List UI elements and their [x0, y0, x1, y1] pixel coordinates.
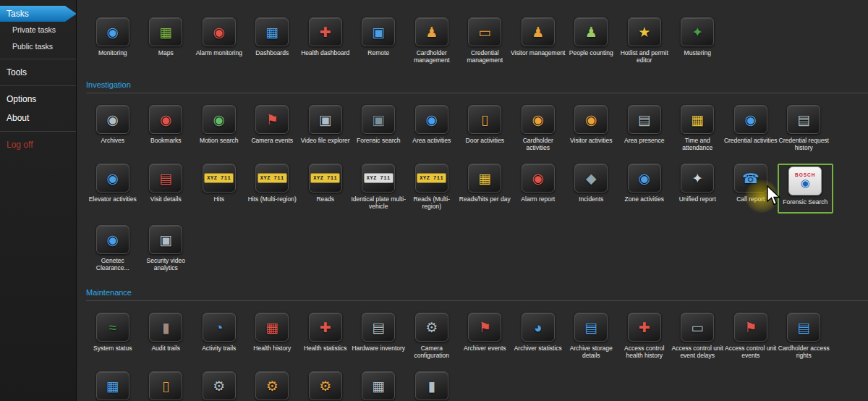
task-visitor-management[interactable]: ♟Visitor management [511, 17, 565, 64]
task-door-troubleshooter[interactable]: ▯Door troubleshooter [140, 371, 193, 401]
audit-trails-glyph: ▮ [162, 321, 169, 334]
task-archiver-statistics[interactable]: ◕Archiver statistics [511, 313, 565, 360]
task-wearable-camera-evidence[interactable]: ▮Wearable camera evidence [405, 371, 459, 401]
task-label: Motion search [192, 137, 247, 152]
health-history-glyph: ▦ [265, 321, 278, 334]
task-maps[interactable]: ▦Maps [140, 17, 193, 64]
task-area-activities[interactable]: ◉Area activities [405, 105, 459, 152]
task-people-counting[interactable]: ♟People counting [565, 17, 618, 64]
task-credential-request-history[interactable]: ▤Credential request history [778, 105, 831, 152]
task-archives[interactable]: ◉Archives [86, 105, 140, 152]
task-incidents[interactable]: ◆Incidents [565, 164, 618, 214]
task-video-file-explorer[interactable]: ▣Video file explorer [299, 105, 352, 152]
task-cardholder-access-rights[interactable]: ▤Cardholder access rights [778, 313, 831, 360]
task-identical-plate-multi-vehicle[interactable]: XYZ 711Identical plate multi-vehicle [352, 164, 406, 214]
task-mustering[interactable]: ✦Mustering [671, 17, 725, 64]
task-archiver-events[interactable]: ⚑Archiver events [459, 313, 512, 360]
access-control-health-history-glyph: ✚ [639, 321, 650, 334]
cardholder-activities-glyph: ◉ [532, 113, 544, 127]
sidebar-item-public-tasks[interactable]: Public tasks [0, 38, 76, 55]
task-enhanced-cardholder-acce[interactable]: ▦Enhanced cardholder acce... [86, 371, 140, 401]
task-access-rule-configuration[interactable]: ⚙Access rule configuration [192, 371, 246, 401]
task-unified-report[interactable]: ✦Unified report [671, 164, 725, 214]
cardholder-activities-icon: ◉ [522, 105, 555, 134]
task-security-video-analytics[interactable]: ▣Security video analytics [140, 225, 193, 272]
task-health-statistics[interactable]: ✚Health statistics [299, 313, 352, 360]
task-label: Access control unit events [723, 345, 778, 360]
task-cardholder-management[interactable]: ♟Cardholder management [405, 17, 459, 64]
task-monitoring[interactable]: ◉Monitoring [86, 17, 140, 64]
task-access-control-unit-event-delays[interactable]: ▭Access control unit event delays [671, 313, 725, 360]
section-title: Maintenance [86, 288, 132, 297]
bookmarks-glyph: ◉ [160, 113, 172, 127]
task-access-control-health-history[interactable]: ✚Access control health history [618, 313, 671, 360]
sidebar-item-options[interactable]: Options [0, 90, 76, 109]
task-label: Forensic search [351, 137, 406, 152]
task-audit-trails[interactable]: ▮Audit trails [140, 313, 193, 360]
task-remote[interactable]: ▣Remote [352, 17, 406, 64]
task-credential-configuration[interactable]: ⚙Credential configuration [299, 371, 352, 401]
task-hits[interactable]: XYZ 711Hits [192, 164, 246, 214]
task-call-report[interactable]: ☎Call report [724, 164, 778, 214]
task-cardholder-activities[interactable]: ◉Cardholder activities [511, 105, 565, 152]
task-label: Zone activities [617, 195, 672, 211]
people-counting-icon: ♟ [574, 17, 608, 46]
health-statistics-icon: ✚ [309, 313, 342, 342]
sidebar-item-log-off[interactable]: Log off [0, 135, 76, 154]
task-health-history[interactable]: ▦Health history [246, 313, 299, 360]
door-troubleshooter-icon: ▯ [149, 371, 182, 400]
task-camera-events[interactable]: ⚑Camera events [246, 105, 299, 152]
task-motion-search[interactable]: ◉Motion search [192, 105, 246, 152]
task-archive-storage-details[interactable]: ▤Archive storage details [565, 313, 618, 360]
task-access-control-unit-events[interactable]: ⚑Access control unit events [724, 313, 778, 360]
task-alarm-report[interactable]: ◉Alarm report [511, 164, 565, 214]
task-elevator-activities[interactable]: ◉Elevator activities [86, 164, 140, 214]
task-camera-configuration[interactable]: ⚙Camera configuration [405, 313, 459, 360]
task-reads-multi-region[interactable]: XYZ 711Reads (Multi-region) [405, 164, 459, 214]
task-hardware-inventory[interactable]: ▤Hardware inventory [352, 313, 406, 360]
task-zone-activities[interactable]: ◉Zone activities [618, 164, 671, 214]
elevator-activities-icon: ◉ [96, 164, 129, 193]
door-activities-icon: ▯ [468, 105, 501, 134]
task-label: Archiver events [457, 345, 512, 360]
task-i-o-configuration[interactable]: ▦I/O configuration [352, 371, 406, 401]
sidebar-item-tasks[interactable]: Tasks [0, 6, 76, 22]
video-file-explorer-icon: ▣ [309, 105, 342, 134]
section-title: Investigation [86, 80, 131, 89]
call-report-glyph: ☎ [742, 172, 760, 185]
task-hits-multi-region[interactable]: XYZ 711Hits (Multi-region) [246, 164, 299, 214]
task-hotlist-and-permit-editor[interactable]: ★Hotlist and permit editor [618, 17, 671, 64]
task-reads[interactable]: XYZ 711Reads [299, 164, 352, 214]
task-visitor-activities[interactable]: ◉Visitor activities [565, 105, 618, 152]
task-label: Camera events [244, 137, 299, 152]
task-label: Alarm monitoring [192, 49, 247, 64]
sidebar-item-about[interactable]: About [0, 109, 76, 127]
task-alarm-monitoring[interactable]: ◉Alarm monitoring [192, 17, 246, 64]
task-reads-hits-per-day[interactable]: ▦Reads/hits per day [459, 164, 512, 214]
sidebar-item-private-tasks[interactable]: Private tasks [0, 22, 76, 38]
task-time-and-attendance[interactable]: ▦Time and attendance [671, 105, 725, 152]
task-visit-details[interactable]: ▤Visit details [140, 164, 193, 214]
task-system-status[interactable]: ≈System status [86, 313, 140, 360]
task-bookmarks[interactable]: ◉Bookmarks [140, 105, 193, 152]
task-genetec-clearance[interactable]: ◉Genetec Clearance... [86, 225, 140, 272]
task-area-presence[interactable]: ▤Area presence [618, 105, 671, 152]
task-dashboards[interactable]: ▦Dashboards [246, 17, 299, 64]
task-activity-trails[interactable]: ◔Activity trails [192, 313, 246, 360]
sidebar-item-tools[interactable]: Tools [0, 63, 76, 82]
camera-events-glyph: ⚑ [266, 113, 278, 127]
tile-row: ◉Genetec Clearance...▣Security video ana… [86, 225, 868, 272]
task-forensic-search[interactable]: BOSCH◉Forensic Search [778, 164, 834, 214]
task-forensic-search[interactable]: ▣Forensic search [352, 105, 406, 152]
alarm-report-glyph: ◉ [532, 172, 544, 185]
section-header-maintenance: Maintenance [86, 285, 868, 298]
task-label: Forensic Search [778, 198, 833, 211]
forensic-search-icon: BOSCH◉ [788, 166, 822, 195]
system-status-glyph: ≈ [109, 321, 116, 334]
task-cardholder-configuration[interactable]: ⚙Cardholder configuration [246, 371, 299, 401]
task-credential-activities[interactable]: ◉Credential activities [724, 105, 778, 152]
task-door-activities[interactable]: ▯Door activities [459, 105, 512, 152]
video-file-explorer-glyph: ▣ [319, 113, 332, 127]
task-credential-management[interactable]: ▭Credential management [459, 17, 512, 64]
task-health-dashboard[interactable]: ✚Health dashboard [299, 17, 352, 64]
